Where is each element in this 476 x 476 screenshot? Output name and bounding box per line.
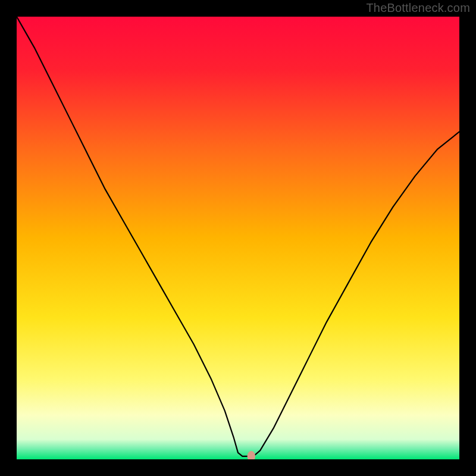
bottleneck-chart [17, 17, 459, 459]
watermark-text: TheBottleneck.com [366, 1, 470, 15]
chart-plot-area [17, 17, 459, 459]
chart-background [17, 17, 459, 459]
